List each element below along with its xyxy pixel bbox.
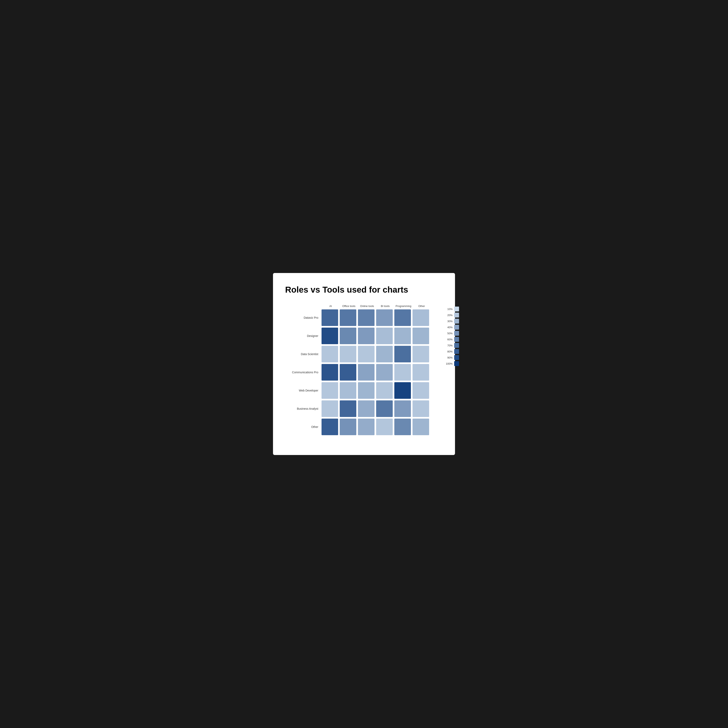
- legend-item: 70%: [439, 343, 459, 348]
- row-cells: [321, 309, 429, 326]
- heatmap-cell: [358, 364, 375, 381]
- heatmap-cell: [394, 346, 411, 362]
- row-label: Designer: [285, 334, 321, 338]
- chart-card: Roles vs Tools used for charts AIOffice …: [273, 273, 455, 455]
- heatmap-row: Data Scientist: [285, 346, 431, 362]
- legend-label: 40%: [445, 326, 453, 329]
- heatmap-cell: [376, 382, 393, 399]
- row-label: Other: [285, 425, 321, 429]
- heatmap-cell: [321, 327, 338, 344]
- heatmap-cell: [376, 346, 393, 362]
- heatmap-cell: [358, 382, 375, 399]
- heatmap-cell: [394, 401, 411, 417]
- column-header: BI tools: [376, 304, 394, 308]
- legend-label: 100%: [445, 362, 453, 365]
- heatmap-cell: [376, 327, 393, 344]
- heatmap-cell: [321, 346, 338, 362]
- column-header: Other: [413, 304, 431, 308]
- heatmap-cell: [413, 346, 429, 362]
- legend-label: 30%: [445, 320, 453, 323]
- row-label: Dataviz Pro: [285, 316, 321, 320]
- heatmap-cell: [413, 401, 429, 417]
- row-label: Business Analyst: [285, 407, 321, 410]
- legend-label: 10%: [445, 307, 453, 310]
- heatmap-cell: [394, 327, 411, 344]
- heatmap-cell: [413, 419, 429, 435]
- legend-swatch: [454, 319, 459, 324]
- legend-area: 10%20%30%40%50%60%70%80%90%100%: [439, 304, 459, 366]
- column-header: Office tools: [340, 304, 358, 308]
- heatmap-cell: [321, 364, 338, 381]
- legend-swatch: [454, 307, 459, 311]
- heatmap-cell: [340, 382, 356, 399]
- heatmap-row: Communications Pro: [285, 364, 431, 381]
- heatmap-cell: [321, 419, 338, 435]
- legend-swatch: [454, 313, 459, 318]
- legend-swatch: [454, 349, 459, 354]
- legend-swatch: [454, 355, 459, 360]
- heatmap-cell: [340, 364, 356, 381]
- legend-item: 100%: [439, 361, 459, 366]
- legend-item: 40%: [439, 325, 459, 330]
- column-header: Online tools: [358, 304, 376, 308]
- row-cells: [321, 346, 429, 362]
- legend-item: 20%: [439, 313, 459, 318]
- heatmap-row: Business Analyst: [285, 401, 431, 417]
- row-cells: [321, 327, 429, 344]
- legend-item: 80%: [439, 349, 459, 354]
- row-cells: [321, 364, 429, 381]
- heatmap-cell: [358, 309, 375, 326]
- row-label: Communications Pro: [285, 370, 321, 374]
- heatmap-cell: [358, 327, 375, 344]
- heatmap-cell: [321, 401, 338, 417]
- heatmap-cell: [413, 327, 429, 344]
- legend-item: 10%: [439, 307, 459, 311]
- heatmap-cell: [413, 309, 429, 326]
- heatmap-cell: [376, 419, 393, 435]
- heatmap-cell: [340, 346, 356, 362]
- row-label: Data Scientist: [285, 352, 321, 356]
- legend-item: 90%: [439, 355, 459, 360]
- heatmap-rows: Dataviz ProDesignerData ScientistCommuni…: [285, 309, 431, 435]
- chart-title: Roles vs Tools used for charts: [285, 285, 443, 294]
- heatmap-cell: [376, 309, 393, 326]
- heatmap-cell: [394, 309, 411, 326]
- heatmap-cell: [358, 401, 375, 417]
- heatmap-row: Web Developer: [285, 382, 431, 399]
- legend-item: 60%: [439, 337, 459, 342]
- row-label: Web Developer: [285, 388, 321, 392]
- heatmap-row: Designer: [285, 327, 431, 344]
- heatmap-cell: [340, 419, 356, 435]
- heatmap-cell: [358, 346, 375, 362]
- legend-label: 90%: [445, 356, 453, 359]
- heatmap-cell: [376, 364, 393, 381]
- heatmap-cell: [376, 401, 393, 417]
- legend-label: 70%: [445, 344, 453, 347]
- legend-swatch: [454, 361, 459, 366]
- heatmap-cell: [394, 382, 411, 399]
- row-cells: [321, 401, 429, 417]
- heatmap-cell: [358, 419, 375, 435]
- legend-label: 80%: [445, 350, 453, 353]
- heatmap-row: Other: [285, 419, 431, 435]
- legend-item: 50%: [439, 331, 459, 336]
- heatmap-cell: [340, 401, 356, 417]
- heatmap-cell: [413, 364, 429, 381]
- heatmap-cell: [321, 309, 338, 326]
- legend-swatch: [454, 331, 459, 336]
- legend-swatch: [454, 337, 459, 342]
- column-header: Programming: [394, 304, 413, 308]
- chart-container: AIOffice toolsOnline toolsBI toolsProgra…: [285, 304, 443, 435]
- legend-item: 30%: [439, 319, 459, 324]
- heatmap-cell: [340, 327, 356, 344]
- legend-label: 20%: [445, 314, 453, 317]
- heatmap-cell: [321, 382, 338, 399]
- legend-swatch: [454, 343, 459, 348]
- heatmap-cell: [413, 382, 429, 399]
- heatmap-cell: [394, 364, 411, 381]
- heatmap-cell: [340, 309, 356, 326]
- legend-label: 60%: [445, 338, 453, 341]
- heatmap-cell: [394, 419, 411, 435]
- column-headers: AIOffice toolsOnline toolsBI toolsProgra…: [321, 304, 431, 308]
- heatmap-area: AIOffice toolsOnline toolsBI toolsProgra…: [285, 304, 431, 435]
